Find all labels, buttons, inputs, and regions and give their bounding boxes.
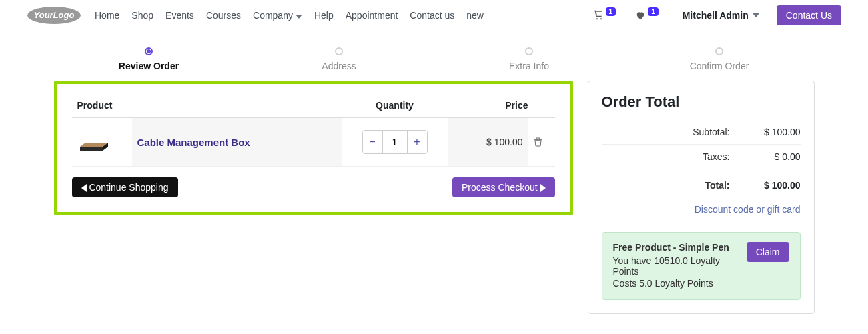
step-label: Review Order	[54, 61, 244, 71]
taxes-label: Taxes:	[602, 151, 747, 162]
nav-courses[interactable]: Courses	[206, 10, 241, 21]
step-confirm-order[interactable]: Confirm Order	[624, 47, 815, 71]
qty-control: − +	[362, 130, 428, 154]
process-checkout-button[interactable]: Process Checkout	[452, 177, 555, 197]
top-nav: YourLogo HomeShopEventsCoursesCompanyHel…	[0, 0, 868, 31]
svg-marker-5	[80, 147, 103, 151]
wishlist-link[interactable]: 1	[634, 10, 659, 21]
cart-icon	[592, 10, 604, 21]
chevron-left-icon	[81, 184, 87, 192]
cart-link[interactable]: 1	[592, 10, 616, 21]
step-circle-icon	[715, 47, 723, 55]
process-checkout-label: Process Checkout	[462, 182, 538, 193]
heart-icon	[634, 10, 646, 21]
chevron-right-icon	[540, 184, 546, 192]
cart-badge: 1	[606, 7, 616, 16]
col-quantity: Quantity	[342, 93, 448, 118]
product-name-cell: Cable Management Box	[132, 118, 342, 167]
continue-shopping-label: Continue Shopping	[89, 182, 168, 193]
step-label: Confirm Order	[624, 61, 815, 71]
nav-shop[interactable]: Shop	[131, 10, 153, 21]
nav-help[interactable]: Help	[314, 10, 334, 21]
reward-line2: Costs 5.0 Loyalty Points	[613, 278, 739, 289]
product-link[interactable]: Cable Management Box	[137, 137, 250, 148]
cart-box: Product Quantity Price Cable Management …	[54, 81, 573, 215]
logo[interactable]: YourLogo	[27, 6, 81, 25]
nav-new[interactable]: new	[466, 10, 484, 21]
reward-box: Free Product - Simple Pen You have 10510…	[602, 232, 801, 300]
nav-company[interactable]: Company	[253, 10, 302, 21]
continue-shopping-button[interactable]: Continue Shopping	[72, 177, 178, 197]
wishlist-badge: 1	[648, 7, 659, 16]
product-image-icon	[77, 132, 111, 152]
taxes-value: $ 0.00	[747, 151, 801, 162]
col-price: Price	[448, 93, 555, 118]
step-circle-icon	[335, 47, 343, 55]
nav-events[interactable]: Events	[165, 10, 194, 21]
svg-point-2	[596, 18, 598, 19]
trash-icon	[534, 137, 542, 147]
caret-down-icon	[296, 15, 302, 19]
logo-icon: YourLogo	[27, 6, 81, 25]
nav-appointment[interactable]: Appointment	[346, 10, 398, 21]
user-name: Mitchell Admin	[683, 10, 749, 21]
step-circle-icon	[525, 47, 533, 55]
step-address[interactable]: Address	[244, 47, 434, 71]
subtotal-value: $ 100.00	[747, 127, 801, 137]
step-label: Address	[244, 61, 434, 71]
order-total-title: Order Total	[602, 93, 801, 111]
nav-home[interactable]: Home	[95, 10, 119, 21]
step-extra-info[interactable]: Extra Info	[434, 47, 624, 71]
caret-down-icon	[753, 13, 759, 17]
reward-line1: You have 10510.0 Loyalty Points	[613, 255, 739, 277]
claim-button[interactable]: Claim	[747, 242, 789, 262]
order-summary: Order Total Subtotal: $ 100.00 Taxes: $ …	[588, 81, 815, 314]
qty-cell: − +	[342, 118, 448, 167]
qty-plus-button[interactable]: +	[407, 131, 427, 153]
price-cell: $ 100.00	[448, 118, 528, 167]
total-value: $ 100.00	[747, 180, 801, 191]
product-thumb	[72, 118, 132, 167]
total-label: Total:	[602, 180, 747, 191]
cart-row: Cable Management Box − + $ 100.00	[72, 118, 555, 167]
step-circle-icon	[145, 47, 153, 55]
svg-text:YourLogo: YourLogo	[34, 10, 75, 20]
contact-us-button[interactable]: Contact Us	[777, 5, 841, 25]
step-review-order[interactable]: Review Order	[54, 47, 244, 71]
discount-link[interactable]: Discount code or gift card	[695, 204, 801, 215]
qty-minus-button[interactable]: −	[363, 131, 383, 153]
nav-contact-us[interactable]: Contact us	[410, 10, 454, 21]
col-product: Product	[72, 93, 342, 118]
checkout-progress: Review OrderAddressExtra InfoConfirm Ord…	[54, 47, 815, 71]
user-menu[interactable]: Mitchell Admin	[683, 10, 759, 21]
cart-table: Product Quantity Price Cable Management …	[72, 93, 555, 167]
reward-title: Free Product - Simple Pen	[613, 242, 739, 253]
subtotal-label: Subtotal:	[602, 127, 747, 137]
delete-item-button[interactable]	[528, 118, 555, 167]
qty-input[interactable]	[383, 131, 407, 153]
svg-point-3	[600, 18, 602, 19]
step-label: Extra Info	[434, 61, 624, 71]
